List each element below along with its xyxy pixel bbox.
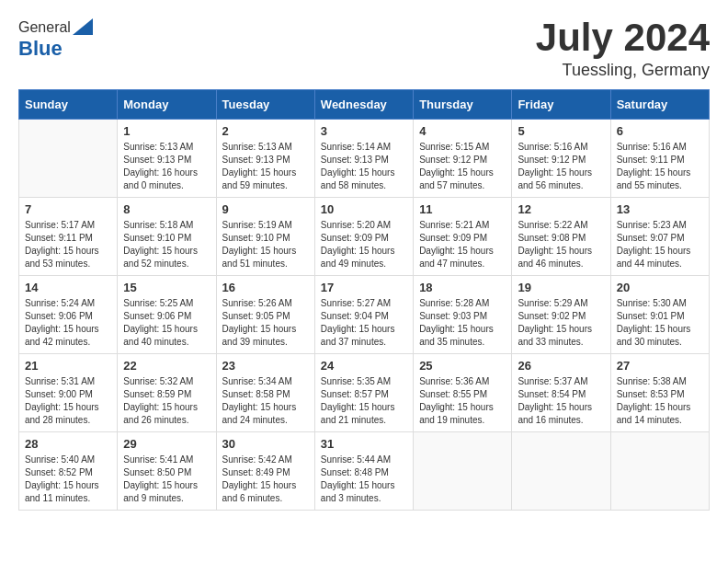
calendar-cell: 25Sunrise: 5:36 AM Sunset: 8:55 PM Dayli… bbox=[414, 354, 512, 432]
location: Tuessling, Germany bbox=[536, 61, 710, 80]
calendar-cell: 27Sunrise: 5:38 AM Sunset: 8:53 PM Dayli… bbox=[610, 354, 709, 432]
day-number: 17 bbox=[321, 281, 407, 294]
day-info: Sunrise: 5:35 AM Sunset: 8:57 PM Dayligh… bbox=[321, 375, 407, 427]
day-info: Sunrise: 5:44 AM Sunset: 8:48 PM Dayligh… bbox=[321, 454, 407, 505]
calendar-cell: 2Sunrise: 5:13 AM Sunset: 9:13 PM Daylig… bbox=[216, 120, 314, 198]
week-row-4: 28Sunrise: 5:40 AM Sunset: 8:52 PM Dayli… bbox=[19, 432, 710, 511]
day-number: 29 bbox=[123, 437, 210, 451]
day-info: Sunrise: 5:30 AM Sunset: 9:01 PM Dayligh… bbox=[617, 297, 703, 349]
day-info: Sunrise: 5:19 AM Sunset: 9:10 PM Dayligh… bbox=[222, 219, 309, 270]
calendar-cell: 26Sunrise: 5:37 AM Sunset: 8:54 PM Dayli… bbox=[512, 354, 610, 432]
calendar-cell: 10Sunrise: 5:20 AM Sunset: 9:09 PM Dayli… bbox=[314, 198, 413, 276]
day-number: 22 bbox=[123, 359, 210, 373]
day-info: Sunrise: 5:26 AM Sunset: 9:05 PM Dayligh… bbox=[222, 297, 309, 349]
calendar-cell: 13Sunrise: 5:23 AM Sunset: 9:07 PM Dayli… bbox=[610, 198, 709, 276]
day-number: 21 bbox=[25, 359, 111, 373]
calendar-cell: 8Sunrise: 5:18 AM Sunset: 9:10 PM Daylig… bbox=[118, 198, 216, 276]
day-info: Sunrise: 5:15 AM Sunset: 9:12 PM Dayligh… bbox=[419, 141, 506, 192]
day-info: Sunrise: 5:22 AM Sunset: 9:08 PM Dayligh… bbox=[518, 219, 604, 270]
day-number: 14 bbox=[25, 281, 111, 294]
day-number: 23 bbox=[222, 359, 309, 373]
day-info: Sunrise: 5:13 AM Sunset: 9:13 PM Dayligh… bbox=[123, 141, 210, 192]
day-info: Sunrise: 5:23 AM Sunset: 9:07 PM Dayligh… bbox=[617, 219, 703, 270]
day-info: Sunrise: 5:25 AM Sunset: 9:06 PM Dayligh… bbox=[123, 297, 210, 349]
col-thursday: Thursday bbox=[414, 90, 512, 120]
day-info: Sunrise: 5:16 AM Sunset: 9:11 PM Dayligh… bbox=[617, 141, 703, 192]
col-tuesday: Tuesday bbox=[216, 90, 314, 120]
calendar-cell: 23Sunrise: 5:34 AM Sunset: 8:58 PM Dayli… bbox=[216, 354, 314, 432]
day-number: 5 bbox=[518, 124, 604, 138]
calendar-cell: 9Sunrise: 5:19 AM Sunset: 9:10 PM Daylig… bbox=[216, 198, 314, 276]
day-number: 28 bbox=[25, 437, 111, 451]
day-number: 19 bbox=[518, 281, 604, 294]
day-info: Sunrise: 5:34 AM Sunset: 8:58 PM Dayligh… bbox=[222, 375, 309, 427]
calendar-cell: 19Sunrise: 5:29 AM Sunset: 9:02 PM Dayli… bbox=[512, 276, 610, 354]
calendar-cell: 5Sunrise: 5:16 AM Sunset: 9:12 PM Daylig… bbox=[512, 120, 610, 198]
col-sunday: Sunday bbox=[19, 90, 118, 120]
calendar-cell: 24Sunrise: 5:35 AM Sunset: 8:57 PM Dayli… bbox=[314, 354, 413, 432]
day-number: 27 bbox=[617, 359, 703, 373]
day-number: 2 bbox=[222, 124, 309, 138]
day-info: Sunrise: 5:41 AM Sunset: 8:50 PM Dayligh… bbox=[123, 454, 210, 505]
day-number: 30 bbox=[222, 437, 309, 451]
calendar-cell bbox=[610, 432, 709, 511]
calendar-cell: 1Sunrise: 5:13 AM Sunset: 9:13 PM Daylig… bbox=[118, 120, 216, 198]
calendar-cell: 16Sunrise: 5:26 AM Sunset: 9:05 PM Dayli… bbox=[216, 276, 314, 354]
logo-icon bbox=[73, 18, 93, 37]
day-info: Sunrise: 5:42 AM Sunset: 8:49 PM Dayligh… bbox=[222, 454, 309, 505]
calendar-cell: 29Sunrise: 5:41 AM Sunset: 8:50 PM Dayli… bbox=[118, 432, 216, 511]
calendar-cell: 15Sunrise: 5:25 AM Sunset: 9:06 PM Dayli… bbox=[118, 276, 216, 354]
day-number: 8 bbox=[123, 202, 210, 216]
calendar-header-row: Sunday Monday Tuesday Wednesday Thursday… bbox=[19, 90, 710, 120]
day-info: Sunrise: 5:27 AM Sunset: 9:04 PM Dayligh… bbox=[321, 297, 407, 349]
svg-marker-0 bbox=[73, 18, 93, 35]
day-info: Sunrise: 5:14 AM Sunset: 9:13 PM Dayligh… bbox=[321, 141, 407, 192]
calendar-cell bbox=[414, 432, 512, 511]
logo-general-text: General bbox=[18, 19, 71, 36]
day-info: Sunrise: 5:20 AM Sunset: 9:09 PM Dayligh… bbox=[321, 219, 407, 270]
calendar-cell: 14Sunrise: 5:24 AM Sunset: 9:06 PM Dayli… bbox=[19, 276, 118, 354]
day-number: 24 bbox=[321, 359, 407, 373]
day-info: Sunrise: 5:21 AM Sunset: 9:09 PM Dayligh… bbox=[419, 219, 506, 270]
day-number: 25 bbox=[419, 359, 506, 373]
calendar-cell: 20Sunrise: 5:30 AM Sunset: 9:01 PM Dayli… bbox=[610, 276, 709, 354]
day-number: 15 bbox=[123, 281, 210, 294]
calendar-cell: 3Sunrise: 5:14 AM Sunset: 9:13 PM Daylig… bbox=[314, 120, 413, 198]
calendar-cell: 4Sunrise: 5:15 AM Sunset: 9:12 PM Daylig… bbox=[414, 120, 512, 198]
day-number: 26 bbox=[518, 359, 604, 373]
col-friday: Friday bbox=[512, 90, 610, 120]
week-row-3: 21Sunrise: 5:31 AM Sunset: 9:00 PM Dayli… bbox=[19, 354, 710, 432]
day-info: Sunrise: 5:37 AM Sunset: 8:54 PM Dayligh… bbox=[518, 375, 604, 427]
day-info: Sunrise: 5:29 AM Sunset: 9:02 PM Dayligh… bbox=[518, 297, 604, 349]
day-number: 18 bbox=[419, 281, 506, 294]
col-wednesday: Wednesday bbox=[314, 90, 413, 120]
calendar-cell: 7Sunrise: 5:17 AM Sunset: 9:11 PM Daylig… bbox=[19, 198, 118, 276]
calendar-cell: 12Sunrise: 5:22 AM Sunset: 9:08 PM Dayli… bbox=[512, 198, 610, 276]
calendar-cell: 30Sunrise: 5:42 AM Sunset: 8:49 PM Dayli… bbox=[216, 432, 314, 511]
calendar-cell: 11Sunrise: 5:21 AM Sunset: 9:09 PM Dayli… bbox=[414, 198, 512, 276]
day-info: Sunrise: 5:24 AM Sunset: 9:06 PM Dayligh… bbox=[25, 297, 111, 349]
day-number: 13 bbox=[617, 202, 703, 216]
calendar-cell: 28Sunrise: 5:40 AM Sunset: 8:52 PM Dayli… bbox=[19, 432, 118, 511]
day-number: 31 bbox=[321, 437, 407, 451]
day-number: 11 bbox=[419, 202, 506, 216]
day-info: Sunrise: 5:13 AM Sunset: 9:13 PM Dayligh… bbox=[222, 141, 309, 192]
calendar-cell: 18Sunrise: 5:28 AM Sunset: 9:03 PM Dayli… bbox=[414, 276, 512, 354]
day-info: Sunrise: 5:28 AM Sunset: 9:03 PM Dayligh… bbox=[419, 297, 506, 349]
calendar-cell: 22Sunrise: 5:32 AM Sunset: 8:59 PM Dayli… bbox=[118, 354, 216, 432]
calendar-cell bbox=[512, 432, 610, 511]
day-number: 4 bbox=[419, 124, 506, 138]
day-info: Sunrise: 5:36 AM Sunset: 8:55 PM Dayligh… bbox=[419, 375, 506, 427]
header: General Blue July 2024 Tuessling, German… bbox=[18, 18, 710, 80]
day-info: Sunrise: 5:38 AM Sunset: 8:53 PM Dayligh… bbox=[617, 375, 703, 427]
calendar: Sunday Monday Tuesday Wednesday Thursday… bbox=[18, 89, 710, 511]
day-number: 7 bbox=[25, 202, 111, 216]
day-number: 1 bbox=[123, 124, 210, 138]
day-number: 9 bbox=[222, 202, 309, 216]
day-number: 6 bbox=[617, 124, 703, 138]
day-info: Sunrise: 5:17 AM Sunset: 9:11 PM Dayligh… bbox=[25, 219, 111, 270]
day-number: 16 bbox=[222, 281, 309, 294]
logo-blue-text: Blue bbox=[18, 37, 63, 61]
day-info: Sunrise: 5:18 AM Sunset: 9:10 PM Dayligh… bbox=[123, 219, 210, 270]
week-row-2: 14Sunrise: 5:24 AM Sunset: 9:06 PM Dayli… bbox=[19, 276, 710, 354]
